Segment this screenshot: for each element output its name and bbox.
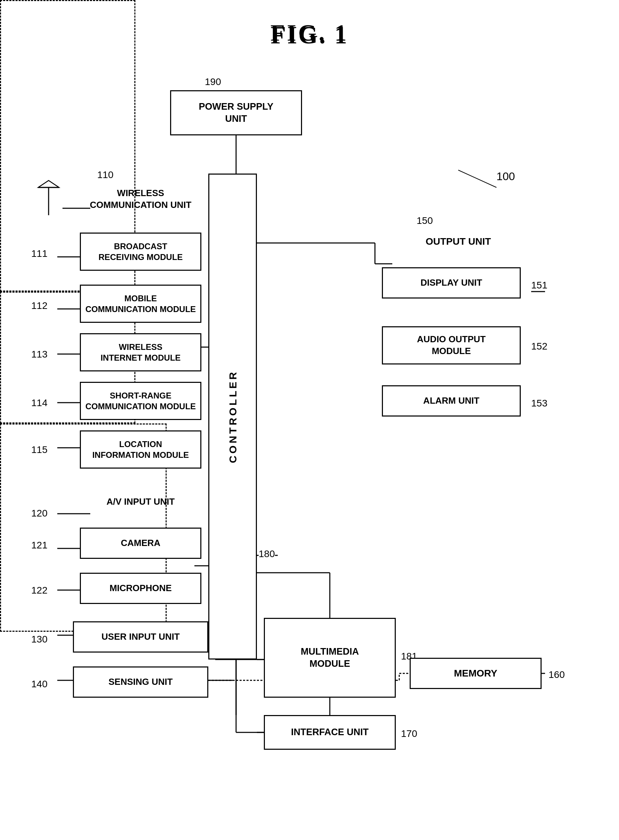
label-111: 111 bbox=[31, 248, 48, 259]
memory-box: MEMORY bbox=[410, 658, 541, 689]
alarm-box: ALARM UNIT bbox=[382, 385, 521, 417]
label-100: 100 bbox=[496, 170, 515, 183]
label-121: 121 bbox=[31, 540, 48, 551]
label-180: 180 bbox=[259, 549, 275, 559]
antenna-symbol bbox=[35, 177, 63, 219]
label-110: 110 bbox=[97, 169, 114, 181]
label-152: 152 bbox=[531, 341, 547, 352]
label-122: 122 bbox=[31, 585, 48, 596]
diagram-container: FIG. 1 bbox=[0, 0, 619, 840]
label-160: 160 bbox=[549, 669, 565, 680]
wireless-comm-label: WIRELESS COMMUNICATION UNIT bbox=[76, 187, 205, 211]
label-153: 153 bbox=[531, 398, 547, 409]
user-input-box: USER INPUT UNIT bbox=[73, 621, 208, 653]
sensing-box: SENSING UNIT bbox=[73, 667, 208, 698]
label-140: 140 bbox=[31, 679, 48, 690]
power-supply-box: POWER SUPPLY UNIT bbox=[170, 90, 302, 135]
output-unit-label: OUTPUT UNIT bbox=[378, 236, 538, 247]
wireless-internet-box: WIRELESS INTERNET MODULE bbox=[80, 333, 201, 371]
interface-box: INTERFACE UNIT bbox=[264, 715, 396, 750]
location-box: LOCATION INFORMATION MODULE bbox=[80, 430, 201, 469]
label-170: 170 bbox=[401, 728, 417, 739]
label-190: 190 bbox=[205, 76, 221, 87]
label-115: 115 bbox=[31, 444, 48, 455]
svg-line-42 bbox=[458, 170, 496, 187]
label-113: 113 bbox=[31, 349, 48, 360]
label-112: 112 bbox=[31, 300, 48, 311]
controller-box: CONTROLLER bbox=[208, 173, 257, 659]
av-input-label: A/V INPUT UNIT bbox=[76, 496, 205, 507]
camera-box: CAMERA bbox=[80, 528, 201, 559]
mobile-comm-box: MOBILE COMMUNICATION MODULE bbox=[80, 285, 201, 323]
broadcast-box: BROADCAST RECEIVING MODULE bbox=[80, 233, 201, 271]
label-114: 114 bbox=[31, 398, 48, 408]
audio-output-box: AUDIO OUTPUT MODULE bbox=[382, 326, 521, 365]
label-151: 151 bbox=[531, 280, 547, 291]
svg-marker-49 bbox=[38, 181, 59, 187]
label-120: 120 bbox=[31, 508, 48, 519]
label-150: 150 bbox=[417, 215, 433, 226]
label-130: 130 bbox=[31, 634, 48, 645]
display-box: DISPLAY UNIT bbox=[382, 267, 521, 299]
short-range-box: SHORT-RANGE COMMUNICATION MODULE bbox=[80, 382, 201, 420]
microphone-box: MICROPHONE bbox=[80, 573, 201, 604]
fig-title: FIG. 1 bbox=[271, 19, 348, 46]
multimedia-box: MULTIMEDIA MODULE bbox=[264, 618, 396, 698]
